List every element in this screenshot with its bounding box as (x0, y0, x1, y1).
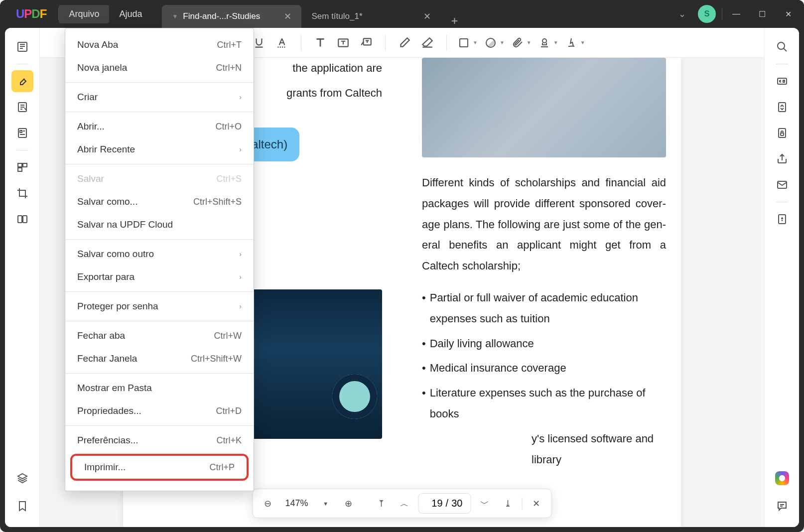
callout-icon[interactable] (356, 33, 376, 53)
menu-save: SalvarCtrl+S (65, 167, 254, 190)
svg-rect-11 (460, 39, 468, 47)
eraser-icon[interactable] (417, 33, 437, 53)
separator (65, 425, 254, 426)
separator (301, 35, 301, 51)
menu-help[interactable]: Ajuda (109, 5, 152, 23)
body-text: Different kinds of scholarships and fina… (422, 172, 666, 276)
divider (722, 8, 722, 20)
menu-new-window[interactable]: Nova janelaCtrl+N (65, 56, 254, 79)
menu-protect[interactable]: Proteger por senha› (65, 295, 254, 318)
shape-tool[interactable]: ▼ (456, 37, 480, 49)
close-icon[interactable]: ✕ (423, 11, 431, 22)
close-button[interactable]: ✕ (776, 4, 800, 24)
text-color-icon[interactable] (272, 33, 292, 53)
zoom-in-button[interactable]: ⊕ (340, 495, 358, 513)
separator (65, 164, 254, 164)
prev-page-button[interactable]: ︿ (396, 495, 413, 513)
tab-2[interactable]: Sem título_1* ✕ (301, 5, 441, 28)
stamp-tool[interactable]: ▼ (536, 37, 560, 49)
bookmark-icon[interactable] (11, 495, 33, 517)
svg-rect-7 (18, 216, 22, 223)
share-icon[interactable] (771, 148, 793, 170)
menu-file[interactable]: Arquivo (59, 5, 109, 23)
user-avatar[interactable]: S (698, 5, 716, 23)
convert-icon[interactable] (771, 96, 793, 118)
zoom-out-button[interactable]: ⊖ (259, 495, 277, 513)
svg-rect-15 (778, 78, 787, 84)
comment-icon[interactable] (771, 495, 793, 517)
menu-create[interactable]: Criar› (65, 86, 254, 109)
separator (776, 64, 788, 64)
window-controls: — ☐ ✕ (722, 4, 800, 24)
attachment-tool[interactable]: ▼ (510, 37, 534, 49)
menu-export[interactable]: Exportar para› (65, 266, 254, 288)
separator (16, 64, 28, 64)
chevron-down-icon[interactable]: ⌄ (672, 8, 692, 19)
image-placeholder (422, 58, 666, 157)
email-icon[interactable] (771, 174, 793, 196)
svg-rect-8 (23, 216, 27, 223)
sidebar-right (764, 28, 799, 527)
menu-properties[interactable]: Propriedades...Ctrl+D (65, 399, 254, 422)
page-input[interactable]: / 30 (418, 493, 471, 514)
separator (65, 239, 254, 240)
form-icon[interactable] (11, 122, 33, 144)
first-page-button[interactable]: ⤒ (373, 495, 391, 513)
menu-new-tab[interactable]: Nova AbaCtrl+T (65, 33, 254, 56)
layers-icon[interactable] (11, 467, 33, 489)
highlighter-icon[interactable] (11, 70, 33, 92)
pencil-icon[interactable] (395, 33, 414, 53)
separator (776, 202, 788, 202)
column-right: Different kinds of scholarships and fina… (422, 58, 666, 507)
sticker-tool[interactable]: ▼ (483, 37, 507, 49)
next-page-button[interactable]: ﹀ (476, 495, 494, 513)
separator (65, 112, 254, 112)
page-total: 30 (451, 498, 462, 509)
separator (385, 35, 386, 51)
menu-save-cloud[interactable]: Salvar na UPDF Cloud (65, 213, 254, 236)
tab-1[interactable]: ▼ Find-and-...r-Studies ✕ (162, 5, 301, 28)
menu-save-other[interactable]: Salvar como outro› (65, 243, 254, 266)
menu-close-window[interactable]: Fechar JanelaCtrl+Shift+W (65, 347, 254, 370)
menu-reveal[interactable]: Mostrar em Pasta (65, 377, 254, 399)
menu-open[interactable]: Abrir...Ctrl+O (65, 115, 254, 138)
menu-save-as[interactable]: Salvar como...Ctrl+Shift+S (65, 190, 254, 213)
close-icon[interactable]: ✕ (284, 11, 291, 22)
last-page-button[interactable]: ⤓ (499, 495, 517, 513)
tab-label: Find-and-...r-Studies (183, 11, 260, 21)
search-icon[interactable] (771, 36, 793, 58)
compare-icon[interactable] (11, 208, 33, 230)
list-item: •Partial or full waiver of academic educ… (422, 287, 666, 329)
minimize-button[interactable]: — (724, 4, 748, 24)
pagination-bar: ⊖ 147% ▼ ⊕ ⤒ ︿ / 30 ﹀ ⤓ ✕ (253, 489, 552, 518)
menu-print[interactable]: Imprimir...Ctrl+P (72, 456, 247, 479)
organize-icon[interactable] (11, 156, 33, 178)
add-tab-button[interactable]: + (441, 14, 468, 28)
view-mode-icon[interactable] (11, 36, 33, 58)
highlighted-menu-item: Imprimir...Ctrl+P (70, 454, 249, 481)
ocr-icon[interactable] (771, 70, 793, 92)
menu-preferences[interactable]: Preferências...Ctrl+K (65, 429, 254, 452)
compress-icon[interactable] (771, 208, 793, 230)
maximize-button[interactable]: ☐ (750, 4, 774, 24)
lock-icon[interactable] (771, 122, 793, 144)
zoom-dropdown[interactable]: ▼ (317, 495, 335, 513)
edit-icon[interactable] (11, 96, 33, 118)
svg-point-13 (542, 39, 546, 43)
menu-open-recent[interactable]: Abrir Recente› (65, 138, 254, 161)
menu-close-tab[interactable]: Fechar abaCtrl+W (65, 324, 254, 347)
svg-rect-5 (23, 163, 27, 167)
text-box-icon[interactable] (333, 33, 353, 53)
ai-icon[interactable] (771, 467, 793, 489)
list-item: •Medical insurance coverage (422, 358, 666, 379)
svg-rect-18 (781, 133, 784, 135)
current-page-field[interactable] (427, 498, 443, 509)
crop-icon[interactable] (11, 182, 33, 204)
signature-tool[interactable]: ▼ (563, 37, 587, 49)
text-icon[interactable] (310, 33, 330, 53)
close-pagination-button[interactable]: ✕ (527, 495, 545, 513)
svg-rect-6 (18, 168, 22, 171)
list-item: y's licensed software and library (422, 428, 666, 470)
separator (65, 373, 254, 374)
tab-dropdown-icon[interactable]: ▼ (172, 13, 178, 20)
